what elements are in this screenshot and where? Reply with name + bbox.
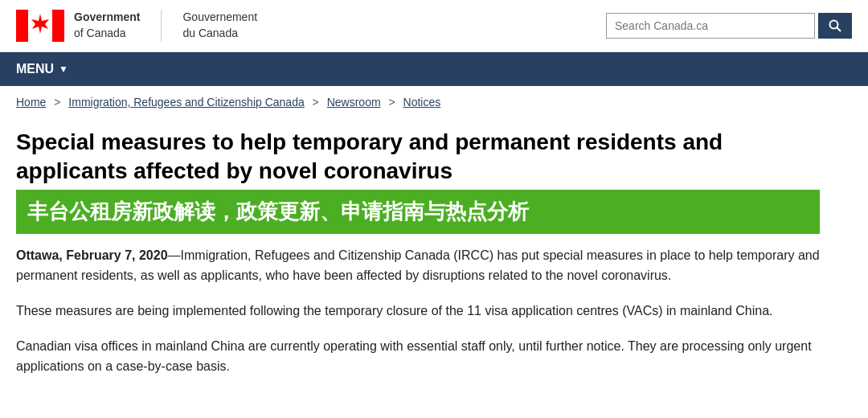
article-title-line2: applicants affected by novel coronavirus [16, 158, 452, 183]
canada-flag-icon [16, 6, 64, 45]
article-para2: These measures are being implemented fol… [16, 301, 820, 322]
breadcrumb: Home > Immigration, Refugees and Citizen… [0, 86, 868, 115]
breadcrumb-sep-2: > [313, 96, 319, 109]
gov-name-block: Government of Canada [74, 10, 140, 41]
breadcrumb-ircc[interactable]: Immigration, Refugees and Citizenship Ca… [68, 96, 304, 109]
svg-point-3 [830, 21, 838, 29]
overlay-banner: 丰台公租房新政解读，政策更新、申请指南与热点分析 [16, 190, 820, 234]
gov-name-fr-line2: du Canada [182, 26, 257, 42]
overlay-text: 丰台公租房新政解读，政策更新、申请指南与热点分析 [27, 199, 529, 223]
header-divider [161, 10, 162, 42]
article-title-line1: Special measures to help temporary and p… [16, 129, 723, 154]
breadcrumb-newsroom[interactable]: Newsroom [327, 96, 381, 109]
svg-rect-0 [16, 10, 28, 42]
gov-logo: Government of Canada Gouvernement du Can… [16, 6, 257, 45]
breadcrumb-notices[interactable]: Notices [403, 96, 441, 109]
breadcrumb-sep-1: > [54, 96, 60, 109]
main-content: Special measures to help temporary and p… [0, 115, 836, 411]
search-icon [828, 18, 842, 33]
date-location: Ottawa, February 7, 2020 [16, 248, 168, 262]
gov-name-fr-line1: Gouvernement [182, 10, 257, 26]
search-bar [606, 13, 852, 39]
search-button[interactable] [818, 13, 852, 39]
menu-button[interactable]: MENU ▼ [0, 52, 84, 86]
gov-name-en-line1: Government [74, 10, 140, 26]
search-input[interactable] [606, 13, 815, 39]
chevron-down-icon: ▼ [59, 64, 68, 75]
article-para3: Canadian visa offices in mainland China … [16, 336, 820, 377]
gov-name-en-line2: of Canada [74, 26, 140, 42]
site-header: Government of Canada Gouvernement du Can… [0, 0, 868, 52]
article-para1: Ottawa, February 7, 2020—Immigration, Re… [16, 245, 820, 286]
svg-line-4 [837, 28, 841, 32]
breadcrumb-home[interactable]: Home [16, 96, 46, 109]
article-title: Special measures to help temporary and p… [16, 128, 820, 186]
svg-rect-1 [52, 10, 64, 42]
article-body: Ottawa, February 7, 2020—Immigration, Re… [16, 245, 820, 377]
breadcrumb-sep-3: > [388, 96, 395, 109]
gov-name-fr-block: Gouvernement du Canada [182, 10, 257, 41]
menu-label: MENU [16, 62, 54, 76]
nav-bar: MENU ▼ [0, 52, 868, 86]
